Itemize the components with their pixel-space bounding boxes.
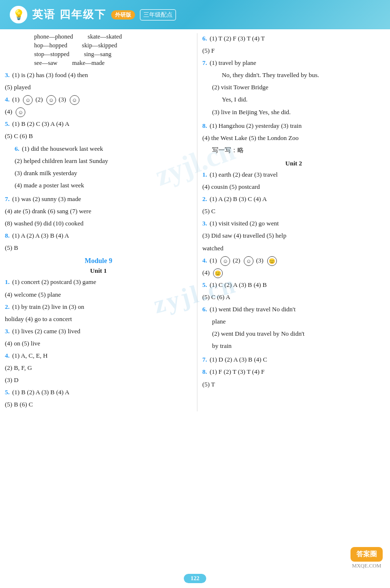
u1-q4-section: 4. (1) A, C, E, H — [5, 350, 192, 361]
r-q7-sub3: (3) live in Beijing Yes, she did. — [202, 107, 385, 118]
u2-q6-sub1: 6. (1) went Did they travel No didn't — [202, 304, 385, 315]
answer-stamp: 答案圈 — [351, 547, 383, 562]
word-pair-8: make—made — [72, 60, 105, 67]
u2-q5-section: 5. (1) C (2) A (3) B (4) B — [202, 280, 385, 290]
u2-q4-section: 4. (1) ☺ (2) ☺ (3) 😐 — [202, 255, 385, 266]
q3-num: 3. — [5, 71, 10, 79]
r-q8-line3: 写一写：略 — [202, 145, 385, 156]
u2-q1-line2: (4) cousin (5) postcard — [202, 182, 385, 192]
u1-q1-line2: (4) welcome (5) plane — [5, 289, 192, 300]
u1-q5-num: 5. — [5, 388, 10, 396]
module9-title: Module 9 — [5, 257, 192, 265]
bulb-icon: 💡 — [10, 6, 27, 23]
q5-num: 5. — [5, 120, 10, 127]
u1-q2-num: 2. — [5, 303, 10, 310]
q3-answers: (1) is (2) has (3) food (4) then — [12, 71, 88, 79]
u2-q5-line2: (5) C (6) A — [202, 292, 385, 303]
q8-line2: (5) B — [5, 243, 192, 253]
u2-q6-sub1b: plane — [202, 316, 385, 327]
u2-q3-num: 3. — [202, 220, 207, 227]
u2-q6-section: 6. (1) went Did they travel No didn't pl… — [202, 304, 385, 351]
smiley-4: ☺ — [16, 107, 25, 117]
page-number: 122 — [184, 574, 206, 583]
q7-line2: (4) ate (5) drank (6) sang (7) were — [5, 206, 192, 217]
word-pair-row-3: stop—stopped sing—sang — [5, 51, 192, 58]
u1-q5-section: 5. (1) B (2) A (3) B (4) A — [5, 387, 192, 398]
u2-q2-section: 2. (1) A (2) B (3) C (4) A — [202, 194, 385, 204]
u2-smiley-1: ☺ — [220, 256, 230, 266]
q5-line2: (5) C (6) B — [5, 131, 192, 142]
word-pair-3: hop—hopped — [34, 42, 67, 49]
u2-q7-section: 7. (1) D (2) A (3) B (4) C — [202, 354, 385, 365]
r-q8-num: 8. — [202, 122, 207, 129]
word-pair-1: phone—phoned — [34, 33, 73, 41]
u2-q3-line2: (3) Did saw (4) travelled (5) help — [202, 230, 385, 241]
word-pairs-section: phone—phoned skate—skated hop—hopped ski… — [5, 33, 192, 67]
q7-answers: (1) was (2) sunny (3) made — [12, 195, 81, 203]
r-q6-num: 6. — [202, 35, 207, 42]
q4-item2: (2) — [36, 96, 44, 103]
u2-q7-num: 7. — [202, 356, 207, 363]
q8-section: 8. (1) A (2) A (3) B (4) A — [5, 230, 192, 241]
q6-num: 6. — [15, 145, 20, 152]
u2-q2-num: 2. — [202, 195, 207, 203]
q3-line2: (5) played — [5, 82, 192, 93]
word-pair-2: skate—skated — [88, 33, 122, 41]
q7-line3: (8) washed (9) did (10) cooked — [5, 218, 192, 229]
q3-section: 3. (1) is (2) has (3) food (4) then — [5, 70, 192, 81]
u2-q3-line3: watched — [202, 243, 385, 254]
u1-q4-line3: (3) D — [5, 375, 192, 385]
u1-q3-section: 3. (1) lives (2) came (3) lived — [5, 326, 192, 337]
word-pair-row-4: see—saw make—made — [5, 60, 192, 67]
r-q7-section: 7. (1) travel by plane No, they didn't. … — [202, 58, 385, 117]
u1-q1-num: 1. — [5, 278, 10, 285]
u1-q4-line2: (2) B, F, G — [5, 363, 192, 373]
word-pair-6: sing—sang — [84, 51, 111, 58]
smiley-1: ☺ — [23, 95, 33, 105]
q4-line2: (4) ☺ — [5, 106, 192, 117]
r-q6-section: 6. (1) T (2) F (3) T (4) T — [202, 33, 385, 44]
u2-q1-section: 1. (1) earth (2) dear (3) travel — [202, 169, 385, 180]
page-title: 英语 四年级下 — [32, 7, 106, 22]
u2-q8-line2: (5) T — [202, 379, 385, 390]
q4-item1: (1) — [12, 96, 21, 103]
u2-smiley-2: ☺ — [244, 256, 254, 266]
page-header: 💡 英语 四年级下 外研版 三年级配点 — [0, 0, 390, 29]
u1-q5-line2: (5) B (6) C — [5, 399, 192, 410]
q5-section: 5. (1) B (2) C (3) A (4) A — [5, 119, 192, 129]
q5-answers2: (5) C (6) B — [5, 132, 33, 140]
edition-badge: 外研版 — [111, 10, 135, 20]
q4-section: 4. (1) ☺ (2) ☺ (3) ☺ — [5, 94, 192, 105]
unit1-title: Unit 1 — [5, 267, 192, 275]
q4-item3: (3) — [58, 96, 67, 103]
u1-q4-num: 4. — [5, 352, 10, 359]
r-q7-sub1b: No, they didn't. They travelled by bus. — [202, 70, 385, 81]
answer-stamp-url: MXQE.COM — [351, 563, 383, 568]
q7-section: 7. (1) was (2) sunny (3) made — [5, 194, 192, 204]
left-column: phone—phoned skate—skated hop—hopped ski… — [5, 33, 197, 411]
q6-sub2: (2) helped children learn last Sunday — [5, 156, 192, 166]
u1-q3-num: 3. — [5, 327, 10, 335]
q6-section: 6. (1) did the housework last week (2) h… — [5, 143, 192, 191]
q7-num: 7. — [5, 195, 10, 203]
smiley-3: ☺ — [70, 95, 79, 105]
q6-sub4: (4) made a poster last week — [5, 180, 192, 191]
u2-q6-sub2: (2) went Did you travel by No didn't — [202, 328, 385, 339]
u1-q2-line2: holiday (4) go to a concert — [5, 314, 192, 324]
r-q8-line2: (4) the West Lake (5) the London Zoo — [202, 133, 385, 143]
word-pair-7: see—saw — [34, 60, 58, 67]
word-pair-4: skip—skipped — [82, 42, 117, 49]
q8-num: 8. — [5, 232, 10, 239]
r-q6-line2: (5) F — [202, 45, 385, 56]
u2-q8-section: 8. (1) F (2) T (3) T (4) F — [202, 366, 385, 377]
q3-answers2: (5) played — [5, 83, 31, 91]
u2-q4-line2: (4) 😐 — [202, 267, 385, 278]
u1-q3-line2: (4) on (5) live — [5, 338, 192, 349]
word-pair-row-1: phone—phoned skate—skated — [5, 33, 192, 41]
u2-q2-line2: (5) C — [202, 206, 385, 217]
u2-q6-num: 6. — [202, 305, 207, 313]
u1-q1-section: 1. (1) concert (2) postcard (3) game — [5, 277, 192, 287]
u2-q8-num: 8. — [202, 368, 207, 375]
q6-sub3: (3) drank milk yesterday — [5, 168, 192, 179]
right-column: 6. (1) T (2) F (3) T (4) T (5) F 7. (1) … — [197, 33, 385, 411]
